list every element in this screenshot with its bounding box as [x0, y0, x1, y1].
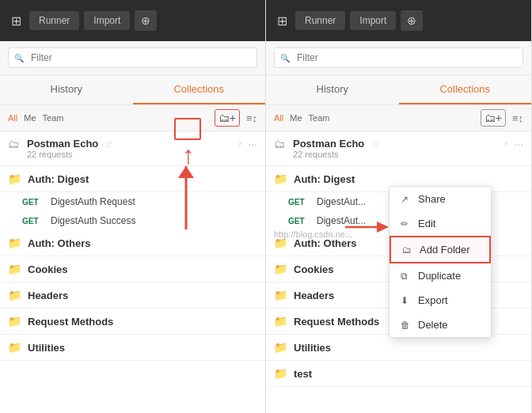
folder-icon-cookies-right: 📁	[274, 263, 287, 275]
folder-test-right[interactable]: 📁 test	[266, 361, 531, 387]
new-collection-btn-left[interactable]: 🗂+	[215, 109, 240, 127]
new-collection-btn-right[interactable]: 🗂+	[481, 109, 506, 127]
import-label-left: Import	[93, 15, 120, 26]
collection-name-right: Postman Echo	[293, 138, 364, 150]
folder-auth-others-left[interactable]: 📁 Auth: Others	[0, 230, 265, 256]
folder-icon-utilities-right: 📁	[274, 341, 287, 354]
context-menu-export[interactable]: ⬇ Export	[390, 288, 491, 313]
folder-icon-cookies-left: 📁	[8, 263, 21, 275]
context-menu-edit[interactable]: ✏ Edit	[390, 211, 491, 236]
duplicate-icon: ⧉	[401, 271, 412, 282]
folder-icon-test-right: 📁	[274, 367, 287, 380]
runner-btn-right[interactable]: Runner	[295, 11, 345, 30]
tab-collections-left[interactable]: Collections	[133, 75, 266, 104]
import-btn-left[interactable]: Import	[84, 11, 130, 30]
folder-icon-headers-right: 📁	[274, 289, 287, 301]
search-input-right[interactable]	[274, 47, 523, 68]
collection-name-left: Postman Echo	[27, 138, 98, 150]
folder-auth-digest-left[interactable]: 📁 Auth: Digest	[0, 166, 265, 192]
toolbar-right: ⊞ Runner Import ⊕	[266, 0, 531, 41]
delete-icon: 🗑	[401, 320, 412, 331]
folder-icon-request-methods-right: 📁	[274, 315, 287, 328]
add-folder-icon: 🗂	[402, 244, 413, 256]
collection-postman-echo-right[interactable]: 🗂 Postman Echo ☆ 22 requests › ···	[266, 131, 531, 166]
import-btn-right[interactable]: Import	[350, 11, 396, 30]
folder-utilities-left[interactable]: 📁 Utilities	[0, 335, 265, 361]
sort-btn-left[interactable]: ≡↕	[246, 112, 257, 124]
search-input-left[interactable]	[8, 47, 257, 68]
filter-team-right[interactable]: Team	[309, 113, 330, 123]
new-tab-btn-right[interactable]: ⊕	[401, 10, 423, 31]
filter-bar-left: All Me Team 🗂+ ≡↕	[0, 105, 265, 131]
new-tab-btn-left[interactable]: ⊕	[135, 10, 157, 31]
folder-icon-digest-right: 📁	[274, 172, 287, 185]
tab-history-right[interactable]: History	[266, 75, 399, 104]
request-digestauth-success-left[interactable]: GET DigestAuth Success	[0, 211, 265, 230]
chevron-right-right: ›	[504, 138, 507, 149]
edit-icon: ✏	[401, 218, 412, 229]
context-menu-add-folder[interactable]: 🗂 Add Folder	[390, 236, 491, 263]
filter-team-left[interactable]: Team	[43, 113, 64, 123]
runner-label-right: Runner	[305, 15, 336, 26]
tabs-left: History Collections	[0, 75, 265, 105]
tab-history-left[interactable]: History	[0, 75, 133, 104]
folder-icon-headers-left: 📁	[8, 289, 21, 301]
filter-bar-right: All Me Team 🗂+ ≡↕	[266, 105, 531, 131]
filter-me-left[interactable]: Me	[24, 113, 36, 123]
folder-utilities-right[interactable]: 📁 Utilities	[266, 335, 531, 361]
folder-icon-digest-left: 📁	[8, 172, 21, 185]
new-collection-icon-right: 🗂+	[484, 112, 502, 124]
import-label-right: Import	[359, 15, 386, 26]
folder-icon-others-right: 📁	[274, 237, 287, 249]
folder-icon-left: 🗂	[8, 138, 21, 150]
sidebar-toggle-left[interactable]: ⊞	[8, 10, 25, 32]
more-icon-left[interactable]: ···	[248, 138, 257, 150]
star-icon-right[interactable]: ☆	[370, 138, 379, 150]
sidebar-toggle-right[interactable]: ⊞	[274, 10, 291, 32]
sort-btn-right[interactable]: ≡↕	[512, 112, 523, 124]
folder-request-methods-left[interactable]: 📁 Request Methods	[0, 309, 265, 335]
runner-btn-left[interactable]: Runner	[29, 11, 79, 30]
folder-icon-request-methods-left: 📁	[8, 315, 21, 328]
tab-collections-right[interactable]: Collections	[399, 75, 532, 104]
tabs-right: History Collections	[266, 75, 531, 105]
chevron-right-left: ›	[238, 138, 241, 149]
collection-postman-echo-left[interactable]: 🗂 Postman Echo ☆ 22 requests › ···	[0, 131, 265, 166]
export-icon: ⬇	[401, 295, 412, 306]
request-digestauth-request-left[interactable]: GET DigestAuth Request	[0, 192, 265, 211]
filter-me-right[interactable]: Me	[290, 113, 302, 123]
context-menu: ↗ Share ✏ Edit 🗂 Add Folder ⧉ Duplicate …	[389, 186, 492, 338]
more-icon-right[interactable]: ···	[514, 138, 523, 150]
folder-headers-left[interactable]: 📁 Headers	[0, 282, 265, 309]
search-bar-left	[0, 41, 265, 75]
context-menu-share[interactable]: ↗ Share	[390, 187, 491, 211]
folder-icon-utilities-left: 📁	[8, 341, 21, 354]
collection-list-left: 🗂 Postman Echo ☆ 22 requests › ··· 📁 Aut…	[0, 131, 265, 413]
runner-label-left: Runner	[39, 15, 70, 26]
new-collection-icon-left: 🗂+	[218, 112, 236, 124]
star-icon-left[interactable]: ☆	[104, 138, 113, 150]
collection-sub-left: 22 requests	[27, 150, 232, 159]
filter-all-right[interactable]: All	[274, 113, 283, 123]
folder-cookies-left[interactable]: 📁 Cookies	[0, 256, 265, 282]
search-bar-right	[266, 41, 531, 75]
context-menu-delete[interactable]: 🗑 Delete	[390, 313, 491, 337]
toolbar-left: ⊞ Runner Import ⊕	[0, 0, 265, 41]
collection-sub-right: 22 requests	[293, 150, 498, 159]
share-icon: ↗	[401, 194, 412, 205]
context-menu-duplicate[interactable]: ⧉ Duplicate	[390, 263, 491, 288]
filter-all-left[interactable]: All	[8, 113, 17, 123]
folder-icon-others-left: 📁	[8, 237, 21, 249]
folder-icon-right: 🗂	[274, 138, 287, 150]
